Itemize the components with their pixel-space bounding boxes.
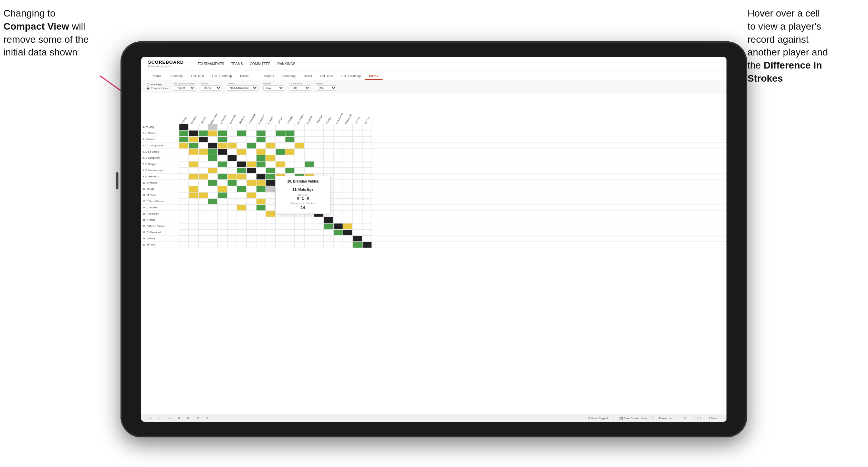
matrix-cell[interactable] xyxy=(208,124,218,130)
matrix-cell[interactable] xyxy=(208,167,218,174)
matrix-cell[interactable] xyxy=(343,217,353,223)
matrix-cell[interactable] xyxy=(266,124,275,130)
matrix-cell[interactable] xyxy=(179,149,189,155)
matrix-cell[interactable] xyxy=(362,236,372,242)
toolbar-undo[interactable]: ↩ xyxy=(148,416,153,421)
matrix-cell[interactable] xyxy=(333,161,343,167)
matrix-cell[interactable] xyxy=(266,143,275,149)
toolbar-copy[interactable]: © xyxy=(205,416,210,421)
matrix-cell[interactable] xyxy=(198,198,208,205)
matrix-cell[interactable] xyxy=(333,155,343,161)
matrix-cell[interactable] xyxy=(247,143,256,149)
players-select[interactable]: (All) xyxy=(316,85,336,91)
sub-tab-teams[interactable]: Teams xyxy=(148,73,166,80)
matrix-cell[interactable] xyxy=(179,143,189,149)
matrix-cell[interactable] xyxy=(285,223,295,229)
matrix-cell[interactable] xyxy=(256,130,266,136)
matrix-cell[interactable] xyxy=(179,180,189,186)
nav-committee[interactable]: COMMITTEE xyxy=(250,61,270,66)
matrix-cell[interactable] xyxy=(189,223,198,229)
matrix-cell[interactable] xyxy=(353,205,362,211)
toolbar-back[interactable]: ← xyxy=(157,416,163,421)
matrix-cell[interactable] xyxy=(333,192,343,198)
matrix-cell[interactable] xyxy=(198,180,208,186)
matrix-cell[interactable] xyxy=(237,236,247,242)
matrix-cell[interactable] xyxy=(285,161,295,167)
matrix-cell[interactable] xyxy=(304,229,314,236)
matrix-cell[interactable] xyxy=(353,149,362,155)
matrix-cell[interactable] xyxy=(227,186,237,192)
matrix-cell[interactable] xyxy=(266,130,275,136)
matrix-cell[interactable] xyxy=(285,155,295,161)
matrix-cell[interactable] xyxy=(247,155,256,161)
matrix-cell[interactable] xyxy=(247,236,256,242)
matrix-cell[interactable] xyxy=(237,124,247,130)
matrix-cell[interactable] xyxy=(237,130,247,136)
matrix-cell[interactable] xyxy=(362,174,372,180)
matrix-cell[interactable] xyxy=(227,167,237,174)
matrix-cell[interactable] xyxy=(189,161,198,167)
matrix-cell[interactable] xyxy=(266,198,275,205)
matrix-cell[interactable] xyxy=(218,223,227,229)
toolbar-grid[interactable]: ⋮⋮⋮ xyxy=(692,416,703,421)
matrix-cell[interactable] xyxy=(333,236,343,242)
matrix-cell[interactable] xyxy=(362,242,372,248)
matrix-cell[interactable] xyxy=(304,136,314,143)
matrix-cell[interactable] xyxy=(189,236,198,242)
matrix-cell[interactable] xyxy=(237,211,247,217)
matrix-cell[interactable] xyxy=(218,211,227,217)
matrix-cell[interactable] xyxy=(256,143,266,149)
matrix-cell[interactable] xyxy=(208,198,218,205)
matrix-cell[interactable] xyxy=(343,155,353,161)
matrix-cell[interactable] xyxy=(304,149,314,155)
matrix-cell[interactable] xyxy=(304,155,314,161)
sub-tab-h2hgrid-right[interactable]: H2H Grid xyxy=(316,73,337,80)
matrix-cell[interactable] xyxy=(218,161,227,167)
matrix-cell[interactable] xyxy=(189,192,198,198)
matrix-cell[interactable] xyxy=(256,211,266,217)
matrix-cell[interactable] xyxy=(275,124,285,130)
matrix-cell[interactable] xyxy=(333,136,343,143)
matrix-cell[interactable] xyxy=(208,217,218,223)
matrix-cell[interactable] xyxy=(198,136,208,143)
matrix-cell[interactable] xyxy=(227,143,237,149)
matrix-cell[interactable] xyxy=(314,149,324,155)
matrix-cell[interactable] xyxy=(362,205,372,211)
matrix-cell[interactable] xyxy=(227,136,237,143)
matrix-cell[interactable] xyxy=(208,211,218,217)
matrix-cell[interactable] xyxy=(324,124,333,130)
matrix-cell[interactable] xyxy=(343,192,353,198)
matrix-cell[interactable] xyxy=(304,161,314,167)
matrix-cell[interactable] xyxy=(324,130,333,136)
matrix-cell[interactable] xyxy=(237,180,247,186)
matrix-cell[interactable] xyxy=(275,143,285,149)
matrix-cell[interactable] xyxy=(362,192,372,198)
matrix-cell[interactable] xyxy=(247,205,256,211)
matrix-cell[interactable] xyxy=(333,149,343,155)
compact-view-option[interactable]: Compact View xyxy=(147,87,168,90)
matrix-cell[interactable] xyxy=(285,217,295,223)
matrix-cell[interactable] xyxy=(314,236,324,242)
matrix-cell[interactable] xyxy=(227,174,237,180)
matrix-cell[interactable] xyxy=(179,124,189,130)
matrix-cell[interactable] xyxy=(218,192,227,198)
matrix-cell[interactable] xyxy=(198,149,208,155)
matrix-cell[interactable] xyxy=(285,236,295,242)
matrix-cell[interactable] xyxy=(198,217,208,223)
matrix-cell[interactable] xyxy=(189,149,198,155)
matrix-cell[interactable] xyxy=(333,217,343,223)
toolbar-redo[interactable]: ↪ xyxy=(167,416,172,421)
matrix-cell[interactable] xyxy=(256,186,266,192)
matrix-cell[interactable] xyxy=(266,167,275,174)
tablet-power-button[interactable] xyxy=(116,172,118,189)
matrix-cell[interactable] xyxy=(295,167,304,174)
matrix-cell[interactable] xyxy=(343,161,353,167)
matrix-cell[interactable] xyxy=(333,186,343,192)
matrix-cell[interactable] xyxy=(314,130,324,136)
matrix-cell[interactable] xyxy=(324,229,333,236)
matrix-cell[interactable] xyxy=(314,217,324,223)
matrix-cell[interactable] xyxy=(208,130,218,136)
matrix-cell[interactable] xyxy=(198,186,208,192)
matrix-cell[interactable] xyxy=(218,205,227,211)
matrix-cell[interactable] xyxy=(324,143,333,149)
